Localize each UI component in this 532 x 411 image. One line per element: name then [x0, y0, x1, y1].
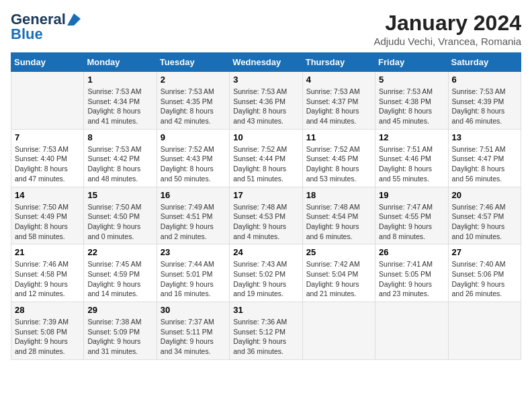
day-info: Sunrise: 7:53 AMSunset: 4:39 PMDaylight:…: [452, 87, 517, 126]
calendar-cell: [448, 302, 521, 360]
day-number: 6: [452, 75, 517, 85]
weekday-header-monday: Monday: [84, 53, 157, 72]
calendar-cell: 28Sunrise: 7:39 AMSunset: 5:08 PMDayligh…: [11, 302, 84, 360]
calendar-cell: 21Sunrise: 7:46 AMSunset: 4:58 PMDayligh…: [11, 244, 84, 302]
logo: General Blue: [11, 11, 81, 43]
day-number: 8: [87, 132, 152, 142]
header: General Blue January 2024 Adjudu Vechi, …: [11, 11, 521, 47]
day-number: 1: [87, 75, 152, 85]
calendar-cell: 24Sunrise: 7:43 AMSunset: 5:02 PMDayligh…: [230, 244, 302, 302]
day-info: Sunrise: 7:50 AMSunset: 4:50 PMDaylight:…: [87, 202, 152, 242]
weekday-header-sunday: Sunday: [11, 53, 84, 72]
day-number: 14: [15, 190, 80, 200]
calendar-cell: 5Sunrise: 7:53 AMSunset: 4:38 PMDaylight…: [375, 72, 448, 130]
day-info: Sunrise: 7:53 AMSunset: 4:40 PMDaylight:…: [15, 144, 80, 184]
month-title: January 2024: [373, 11, 521, 36]
calendar-cell: 25Sunrise: 7:42 AMSunset: 5:04 PMDayligh…: [302, 244, 375, 302]
calendar-cell: 18Sunrise: 7:48 AMSunset: 4:54 PMDayligh…: [302, 187, 375, 244]
day-number: 16: [161, 190, 226, 200]
day-info: Sunrise: 7:46 AMSunset: 4:58 PMDaylight:…: [15, 259, 80, 299]
logo-icon: [67, 13, 81, 26]
day-info: Sunrise: 7:53 AMSunset: 4:36 PMDaylight:…: [233, 87, 298, 126]
day-info: Sunrise: 7:53 AMSunset: 4:37 PMDaylight:…: [306, 87, 371, 126]
calendar-cell: [11, 72, 84, 130]
calendar-cell: 13Sunrise: 7:51 AMSunset: 4:47 PMDayligh…: [448, 129, 521, 187]
day-info: Sunrise: 7:49 AMSunset: 4:51 PMDaylight:…: [161, 202, 226, 242]
calendar-cell: 19Sunrise: 7:47 AMSunset: 4:55 PMDayligh…: [375, 187, 448, 244]
calendar-cell: 26Sunrise: 7:41 AMSunset: 5:05 PMDayligh…: [375, 244, 448, 302]
week-row-1: 1Sunrise: 7:53 AMSunset: 4:34 PMDaylight…: [11, 72, 521, 130]
day-number: 9: [161, 132, 226, 142]
calendar-cell: 31Sunrise: 7:36 AMSunset: 5:12 PMDayligh…: [230, 302, 302, 360]
title-area: January 2024 Adjudu Vechi, Vrancea, Roma…: [373, 11, 521, 47]
day-number: 4: [306, 75, 371, 85]
calendar-cell: 22Sunrise: 7:45 AMSunset: 4:59 PMDayligh…: [84, 244, 157, 302]
day-number: 31: [233, 305, 298, 315]
day-info: Sunrise: 7:39 AMSunset: 5:08 PMDaylight:…: [15, 317, 80, 357]
day-number: 2: [161, 75, 226, 85]
day-number: 21: [15, 247, 80, 257]
day-info: Sunrise: 7:47 AMSunset: 4:55 PMDaylight:…: [379, 202, 444, 242]
day-info: Sunrise: 7:52 AMSunset: 4:43 PMDaylight:…: [161, 144, 226, 184]
calendar-cell: [302, 302, 375, 360]
day-number: 5: [379, 75, 444, 85]
calendar-cell: 1Sunrise: 7:53 AMSunset: 4:34 PMDaylight…: [84, 72, 157, 130]
day-number: 28: [15, 305, 80, 315]
day-number: 27: [452, 247, 517, 257]
day-number: 7: [15, 132, 80, 142]
day-info: Sunrise: 7:48 AMSunset: 4:54 PMDaylight:…: [306, 202, 371, 242]
weekday-header-thursday: Thursday: [302, 53, 375, 72]
weekday-header-row: SundayMondayTuesdayWednesdayThursdayFrid…: [11, 53, 521, 72]
week-row-3: 14Sunrise: 7:50 AMSunset: 4:49 PMDayligh…: [11, 187, 521, 244]
day-info: Sunrise: 7:43 AMSunset: 5:02 PMDaylight:…: [233, 259, 298, 299]
calendar-cell: 17Sunrise: 7:48 AMSunset: 4:53 PMDayligh…: [230, 187, 302, 244]
calendar-table: SundayMondayTuesdayWednesdayThursdayFrid…: [11, 52, 521, 360]
day-number: 10: [233, 132, 298, 142]
day-number: 25: [306, 247, 371, 257]
calendar-cell: 30Sunrise: 7:37 AMSunset: 5:11 PMDayligh…: [157, 302, 229, 360]
weekday-header-tuesday: Tuesday: [157, 53, 229, 72]
day-info: Sunrise: 7:51 AMSunset: 4:46 PMDaylight:…: [379, 144, 444, 184]
day-info: Sunrise: 7:53 AMSunset: 4:42 PMDaylight:…: [87, 144, 152, 184]
day-number: 20: [452, 190, 517, 200]
logo-blue: Blue: [11, 26, 43, 43]
day-info: Sunrise: 7:52 AMSunset: 4:45 PMDaylight:…: [306, 144, 371, 184]
day-number: 11: [306, 132, 371, 142]
day-info: Sunrise: 7:52 AMSunset: 4:44 PMDaylight:…: [233, 144, 298, 184]
day-number: 23: [161, 247, 226, 257]
weekday-header-saturday: Saturday: [448, 53, 521, 72]
location-subtitle: Adjudu Vechi, Vrancea, Romania: [373, 36, 521, 47]
day-number: 30: [161, 305, 226, 315]
svg-marker-0: [67, 13, 81, 26]
calendar-cell: 12Sunrise: 7:51 AMSunset: 4:46 PMDayligh…: [375, 129, 448, 187]
calendar-cell: 9Sunrise: 7:52 AMSunset: 4:43 PMDaylight…: [157, 129, 229, 187]
calendar-cell: 3Sunrise: 7:53 AMSunset: 4:36 PMDaylight…: [230, 72, 302, 130]
day-info: Sunrise: 7:40 AMSunset: 5:06 PMDaylight:…: [452, 259, 517, 299]
day-number: 26: [379, 247, 444, 257]
calendar-cell: 7Sunrise: 7:53 AMSunset: 4:40 PMDaylight…: [11, 129, 84, 187]
calendar-cell: 4Sunrise: 7:53 AMSunset: 4:37 PMDaylight…: [302, 72, 375, 130]
calendar-cell: 27Sunrise: 7:40 AMSunset: 5:06 PMDayligh…: [448, 244, 521, 302]
day-number: 3: [233, 75, 298, 85]
day-number: 13: [452, 132, 517, 142]
calendar-cell: 29Sunrise: 7:38 AMSunset: 5:09 PMDayligh…: [84, 302, 157, 360]
day-info: Sunrise: 7:37 AMSunset: 5:11 PMDaylight:…: [161, 317, 226, 357]
calendar-cell: 10Sunrise: 7:52 AMSunset: 4:44 PMDayligh…: [230, 129, 302, 187]
day-number: 19: [379, 190, 444, 200]
day-info: Sunrise: 7:46 AMSunset: 4:57 PMDaylight:…: [452, 202, 517, 242]
day-info: Sunrise: 7:50 AMSunset: 4:49 PMDaylight:…: [15, 202, 80, 242]
calendar-cell: 15Sunrise: 7:50 AMSunset: 4:50 PMDayligh…: [84, 187, 157, 244]
day-info: Sunrise: 7:45 AMSunset: 4:59 PMDaylight:…: [87, 259, 152, 299]
day-info: Sunrise: 7:53 AMSunset: 4:38 PMDaylight:…: [379, 87, 444, 126]
calendar-cell: [375, 302, 448, 360]
day-info: Sunrise: 7:48 AMSunset: 4:53 PMDaylight:…: [233, 202, 298, 242]
day-number: 15: [87, 190, 152, 200]
day-number: 24: [233, 247, 298, 257]
calendar-cell: 16Sunrise: 7:49 AMSunset: 4:51 PMDayligh…: [157, 187, 229, 244]
calendar-cell: 20Sunrise: 7:46 AMSunset: 4:57 PMDayligh…: [448, 187, 521, 244]
week-row-5: 28Sunrise: 7:39 AMSunset: 5:08 PMDayligh…: [11, 302, 521, 360]
day-info: Sunrise: 7:53 AMSunset: 4:34 PMDaylight:…: [87, 87, 152, 126]
day-info: Sunrise: 7:42 AMSunset: 5:04 PMDaylight:…: [306, 259, 371, 299]
calendar-cell: 8Sunrise: 7:53 AMSunset: 4:42 PMDaylight…: [84, 129, 157, 187]
week-row-4: 21Sunrise: 7:46 AMSunset: 4:58 PMDayligh…: [11, 244, 521, 302]
